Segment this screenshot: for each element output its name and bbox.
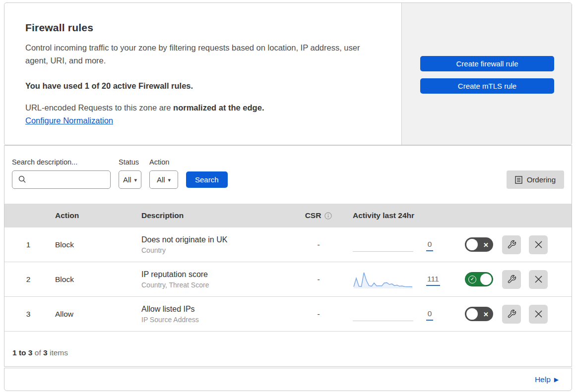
usage-note: You have used 1 of 20 active Firewall ru… xyxy=(25,81,381,91)
column-header-csr: CSR xyxy=(305,211,321,220)
action-filter-select[interactable]: All ▾ xyxy=(149,170,178,189)
column-header-activity: Activity last 24hr xyxy=(346,211,465,220)
rule-csr-value: - xyxy=(291,275,346,284)
items-total: 3 xyxy=(43,348,48,357)
x-icon xyxy=(534,240,543,249)
search-label: Search description... xyxy=(12,158,111,166)
activity-flatline xyxy=(353,251,413,252)
delete-rule-button[interactable] xyxy=(529,235,548,254)
page: Firewall rules Control incoming traffic … xyxy=(4,2,572,391)
x-icon xyxy=(534,275,543,283)
create-mtls-rule-button[interactable]: Create mTLS rule xyxy=(420,78,554,94)
rule-match-fields: IP Source Address xyxy=(141,316,291,324)
status-filter-label: Status xyxy=(119,158,141,166)
table-body: 1 Block Does not originate in UK Country… xyxy=(4,227,572,332)
normalization-note: URL-encoded Requests to this zone are no… xyxy=(25,103,381,112)
ordering-button[interactable]: Ordering xyxy=(507,170,564,189)
activity-sparkline xyxy=(353,270,413,289)
help-link-label: Help xyxy=(535,375,551,384)
search-icon xyxy=(18,175,26,183)
status-filter-select[interactable]: All ▾ xyxy=(119,170,141,189)
activity-count-link[interactable]: 0 xyxy=(426,240,433,251)
filter-bar: Search description... Status All ▾ Actio… xyxy=(4,146,572,204)
rule-enabled-toggle[interactable]: ✓ xyxy=(465,272,493,286)
delete-rule-button[interactable] xyxy=(529,270,548,289)
delete-rule-button[interactable] xyxy=(529,305,548,324)
rule-action: Block xyxy=(52,275,136,284)
firewall-overview-card: Firewall rules Control incoming traffic … xyxy=(4,2,572,145)
toggle-state-icon: ✕ xyxy=(483,241,489,248)
help-strip: Help ▶ xyxy=(4,368,572,391)
activity-count-link[interactable]: 111 xyxy=(426,275,440,286)
rules-list-card: Search description... Status All ▾ Actio… xyxy=(4,145,572,367)
help-link[interactable]: Help ▶ xyxy=(535,375,559,384)
rule-match-fields: Country xyxy=(141,246,291,254)
rule-description: IP reputation score xyxy=(141,270,291,279)
table-header: Action Description CSR Activity last 24h… xyxy=(4,204,572,227)
intro-section: Firewall rules Control incoming traffic … xyxy=(4,3,401,145)
rule-csr-value: - xyxy=(291,310,346,319)
rule-description: Does not originate in UK xyxy=(141,235,291,244)
column-header-action: Action xyxy=(52,211,136,220)
toggle-state-icon: ✓ xyxy=(468,276,476,283)
action-filter-label: Action xyxy=(149,158,178,166)
column-header-description: Description xyxy=(136,211,291,220)
action-filter-value: All xyxy=(157,175,165,184)
status-filter-value: All xyxy=(123,175,131,184)
create-firewall-rule-button[interactable]: Create firewall rule xyxy=(420,56,554,71)
search-box xyxy=(12,170,111,189)
chevron-down-icon: ▾ xyxy=(168,177,171,183)
table-row: 3 Allow Allow listed IPs IP Source Addre… xyxy=(4,297,572,332)
rule-priority: 1 xyxy=(4,240,52,249)
chevron-down-icon: ▾ xyxy=(134,177,137,183)
actions-panel: Create firewall rule Create mTLS rule xyxy=(401,3,572,145)
wrench-icon xyxy=(507,240,516,249)
rule-match-fields: Country, Threat Score xyxy=(141,281,291,289)
help-arrow-icon: ▶ xyxy=(554,376,559,383)
toggle-knob xyxy=(466,308,478,320)
search-button[interactable]: Search xyxy=(186,171,228,188)
page-title: Firewall rules xyxy=(25,22,381,34)
search-input[interactable] xyxy=(12,170,111,189)
rule-enabled-toggle[interactable]: ✕ xyxy=(465,307,493,321)
rule-description: Allow listed IPs xyxy=(141,305,291,314)
toggle-knob xyxy=(480,274,492,285)
info-icon[interactable] xyxy=(324,212,332,220)
edit-rule-button[interactable] xyxy=(502,235,521,254)
ordering-list-icon xyxy=(515,176,522,184)
rule-enabled-toggle[interactable]: ✕ xyxy=(465,237,493,252)
wrench-icon xyxy=(507,309,516,319)
edit-rule-button[interactable] xyxy=(502,305,521,324)
table-row: 1 Block Does not originate in UK Country… xyxy=(4,227,572,262)
items-range: 1 to 3 xyxy=(12,348,32,357)
pagination-summary: 1 to 3 of 3 items xyxy=(4,332,572,366)
ordering-button-label: Ordering xyxy=(527,175,556,184)
activity-count-link[interactable]: 0 xyxy=(426,309,433,321)
wrench-icon xyxy=(507,275,516,284)
rule-priority: 3 xyxy=(4,310,52,319)
configure-normalization-link[interactable]: Configure Normalization xyxy=(25,116,113,125)
rule-action: Block xyxy=(52,240,136,249)
rule-priority: 2 xyxy=(4,275,52,284)
rule-csr-value: - xyxy=(291,240,346,249)
edit-rule-button[interactable] xyxy=(502,270,521,289)
table-row: 2 Block IP reputation score Country, Thr… xyxy=(4,262,572,297)
activity-flatline xyxy=(353,321,413,321)
toggle-state-icon: ✕ xyxy=(483,311,489,317)
rule-action: Allow xyxy=(52,310,136,319)
x-icon xyxy=(534,310,543,318)
page-description: Control incoming traffic to your zone by… xyxy=(25,41,381,67)
toggle-knob xyxy=(466,239,478,250)
